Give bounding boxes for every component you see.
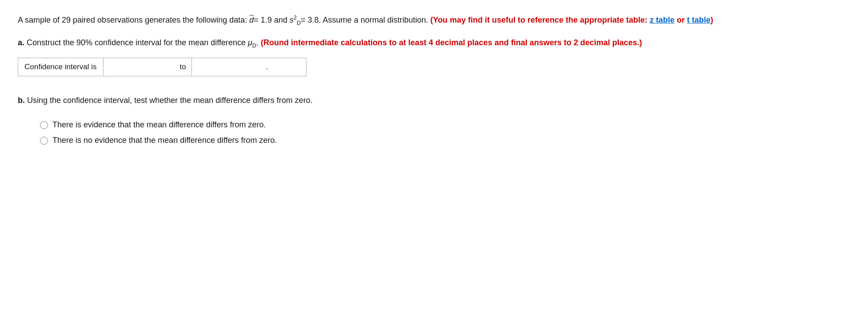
mu-subscript: D: [252, 42, 256, 48]
confidence-upper-input[interactable]: [191, 58, 263, 76]
part-a-label: a.: [18, 38, 24, 47]
radio-option-2[interactable]: There is no evidence that the mean diffe…: [40, 136, 850, 145]
period-text: .: [263, 58, 272, 76]
confidence-label: Confidence interval is: [18, 58, 104, 76]
s-subscript: D: [297, 20, 301, 26]
part-b-instructions: b. Using the confidence interval, test w…: [18, 94, 850, 107]
mu-symbol: μ: [248, 38, 252, 47]
t-table-link[interactable]: t table: [687, 16, 711, 24]
part-b-text: Using the confidence interval, test whet…: [27, 96, 313, 105]
z-table-link[interactable]: z table: [649, 16, 674, 24]
confidence-lower-input[interactable]: [104, 58, 175, 76]
to-text: to: [175, 58, 191, 76]
radio-evidence-yes[interactable]: [40, 121, 48, 129]
round-instruction: (Round intermediate calculations to at l…: [261, 38, 642, 47]
s-superscript: 2: [294, 15, 297, 21]
d-bar-value: = 1.9 and: [254, 16, 290, 24]
bold-warning: (You may find it useful to reference the…: [430, 16, 713, 24]
confidence-interval-row: Confidence interval is to .: [18, 58, 307, 76]
intro-text-before: A sample of 29 paired observations gener…: [18, 16, 249, 24]
radio-options-group: There is evidence that the mean differen…: [40, 120, 850, 145]
part-b-label: b.: [18, 96, 25, 105]
s-squared-symbol: s: [290, 16, 294, 24]
part-a-instructions: a. Construct the 90% confidence interval…: [18, 36, 850, 50]
radio-option-1-label: There is evidence that the mean differen…: [52, 120, 266, 130]
radio-option-1[interactable]: There is evidence that the mean differen…: [40, 120, 850, 130]
radio-option-2-label: There is no evidence that the mean diffe…: [52, 136, 277, 145]
radio-evidence-no[interactable]: [40, 137, 48, 145]
d-bar-symbol: d: [249, 16, 254, 24]
part-a-text: Construct the 90% confidence interval fo…: [27, 38, 248, 47]
intro-paragraph: A sample of 29 paired observations gener…: [18, 13, 850, 28]
s-value: = 3.8. Assume a normal distribution.: [301, 16, 428, 24]
